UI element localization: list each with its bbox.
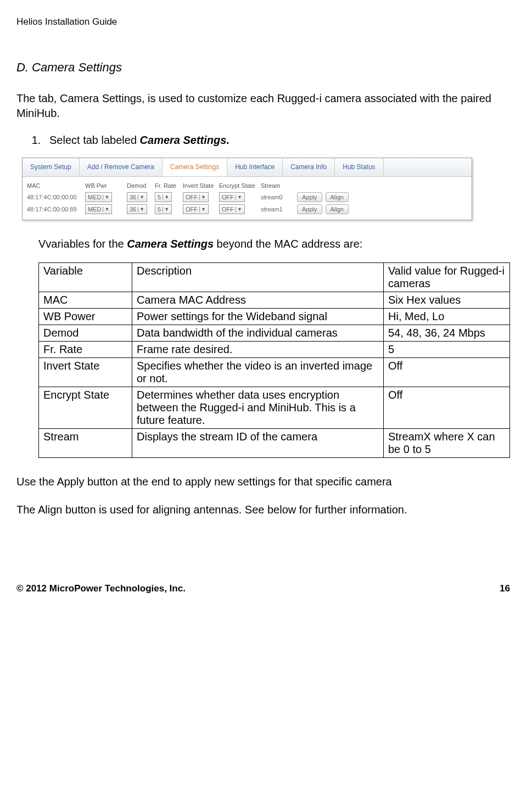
tab-system-setup[interactable]: System Setup: [23, 158, 80, 176]
table-row: DemodData bandwidth of the individual ca…: [39, 325, 510, 342]
tab-hub-interface[interactable]: Hub Interface: [227, 158, 283, 176]
col-stream: Stream: [261, 182, 294, 189]
align-button[interactable]: Align: [326, 192, 349, 202]
chevron-down-icon: ▼: [138, 206, 145, 212]
doc-header: Helios Installation Guide: [16, 16, 510, 27]
apply-button[interactable]: Apply: [297, 192, 322, 202]
tab-add-remove-camera[interactable]: Add / Remove Camera: [80, 158, 163, 176]
encrypt-select[interactable]: OFF▼: [219, 192, 245, 202]
section-heading: D. Camera Settings: [16, 60, 510, 75]
vars-intro-bold: Camera Settings: [127, 238, 214, 250]
tab-camera-info[interactable]: Camera Info: [283, 158, 335, 176]
settings-grid: MAC WB Pwr Demod Fr. Rate Invert State E…: [23, 177, 472, 220]
settings-header-row: MAC WB Pwr Demod Fr. Rate Invert State E…: [27, 180, 467, 191]
col-encrypt: Encrypt State: [219, 182, 257, 189]
vars-intro-suffix: beyond the MAC address are:: [214, 238, 362, 250]
demod-select[interactable]: 36▼: [127, 192, 147, 202]
step-1: Select tab labeled Camera Settings.: [44, 134, 510, 147]
chevron-down-icon: ▼: [103, 206, 110, 212]
footer-copyright: © 2012 MicroPower Technologies, Inc.: [16, 583, 186, 594]
page-number: 16: [500, 583, 510, 594]
invert-select[interactable]: OFF▼: [183, 192, 209, 202]
col-frrate: Fr. Rate: [155, 182, 180, 189]
table-row: Invert StateSpecifies whether the video …: [39, 358, 510, 387]
camera-settings-screenshot: System Setup Add / Remove Camera Camera …: [22, 158, 472, 220]
chevron-down-icon: ▼: [199, 194, 207, 200]
wb-select[interactable]: MED▼: [85, 204, 112, 214]
align-button[interactable]: Align: [326, 204, 349, 214]
fr-select[interactable]: 5▼: [155, 204, 172, 214]
stream-label: stream1: [261, 206, 294, 213]
col-demod: Demod: [127, 182, 152, 189]
variables-table: Variable Description Valid value for Rug…: [38, 262, 510, 458]
invert-select[interactable]: OFF▼: [183, 204, 209, 214]
col-invert: Invert State: [183, 182, 216, 189]
chevron-down-icon: ▼: [103, 194, 110, 200]
table-row: Fr. RateFrame rate desired.5: [39, 342, 510, 358]
table-row: 48:17:4C:00:00:00 MED▼ 36▼ 5▼ OFF▼ OFF▼ …: [27, 191, 467, 203]
col-wbpwr: WB Pwr: [85, 182, 124, 189]
mac-value: 48:17:4C:00:00:89: [27, 206, 82, 213]
tab-bar: System Setup Add / Remove Camera Camera …: [23, 158, 472, 177]
chevron-down-icon: ▼: [236, 194, 243, 200]
after-para-1: Use the Apply button at the end to apply…: [16, 474, 510, 489]
demod-select[interactable]: 36▼: [127, 204, 147, 214]
chevron-down-icon: ▼: [236, 206, 243, 212]
wb-select[interactable]: MED▼: [85, 192, 112, 202]
table-row: MACCamera MAC AddressSix Hex values: [39, 292, 510, 309]
footer: © 2012 MicroPower Technologies, Inc. 16: [16, 583, 510, 594]
stream-label: stream0: [261, 194, 294, 200]
step-1-bold: Camera Settings.: [140, 134, 229, 146]
table-row: Encrypt StateDetermines whether data use…: [39, 387, 510, 429]
table-header-row: Variable Description Valid value for Rug…: [39, 263, 510, 292]
step-1-text: Select tab labeled: [49, 134, 140, 146]
encrypt-select[interactable]: OFF▼: [219, 204, 245, 214]
table-row: WB PowerPower settings for the Wideband …: [39, 309, 510, 325]
after-para-2: The Align button is used for aligning an…: [16, 502, 510, 517]
chevron-down-icon: ▼: [163, 206, 170, 212]
chevron-down-icon: ▼: [199, 206, 207, 212]
th-valid: Valid value for Rugged-i cameras: [384, 263, 510, 292]
th-variable: Variable: [39, 263, 132, 292]
vars-intro-prefix: Vvariables for the: [38, 238, 127, 250]
mac-value: 48:17:4C:00:00:00: [27, 194, 82, 200]
vars-intro: Vvariables for the Camera Settings beyon…: [38, 237, 510, 252]
chevron-down-icon: ▼: [138, 194, 145, 200]
tab-camera-settings[interactable]: Camera Settings: [163, 158, 227, 176]
th-description: Description: [132, 263, 384, 292]
intro-paragraph: The tab, Camera Settings, is used to cus…: [16, 91, 510, 121]
tab-hub-status[interactable]: Hub Status: [335, 158, 383, 176]
chevron-down-icon: ▼: [163, 194, 170, 200]
col-mac: MAC: [27, 182, 82, 189]
apply-button[interactable]: Apply: [297, 204, 322, 214]
table-row: 48:17:4C:00:00:89 MED▼ 36▼ 5▼ OFF▼ OFF▼ …: [27, 203, 467, 215]
table-row: StreamDisplays the stream ID of the came…: [39, 429, 510, 458]
fr-select[interactable]: 5▼: [155, 192, 172, 202]
